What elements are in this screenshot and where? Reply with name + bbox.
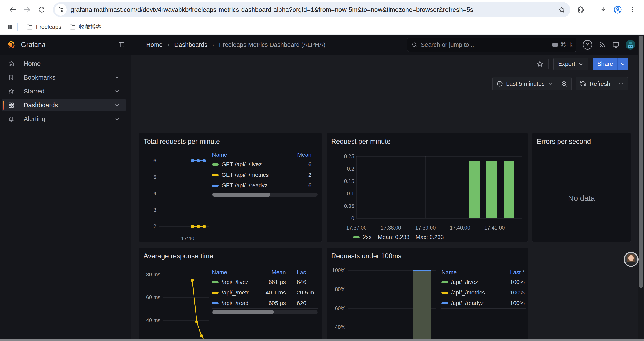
dashboard-canvas: Export Share Last 5 minutes <box>131 55 638 341</box>
series-swatch <box>353 236 360 238</box>
breadcrumb-separator: › <box>168 41 170 48</box>
sidebar-item-bookmarks[interactable]: Bookmarks <box>2 71 126 84</box>
series-swatch <box>442 292 448 294</box>
refresh-button[interactable]: Refresh <box>576 78 614 90</box>
legend-header-mean[interactable]: Mean <box>248 269 292 276</box>
share-button-group: Share <box>593 58 628 70</box>
bookmark-folder-freeleaps[interactable]: Freeleaps <box>22 22 65 32</box>
reload-icon[interactable] <box>36 4 48 16</box>
series-swatch <box>212 163 218 166</box>
bar-chart[interactable]: 0.250.20.150.10.05017:37:0017:38:0017:39… <box>327 133 528 242</box>
time-range-button[interactable]: Last 5 minutes <box>492 78 557 90</box>
legend-header-last[interactable]: Last * <box>496 269 526 276</box>
rss-icon[interactable] <box>598 41 606 49</box>
url-text[interactable]: grafana.mathmast.com/d/deytv4rwavabkb/fr… <box>70 6 558 14</box>
legend-header-name[interactable]: Name <box>212 269 248 276</box>
export-button[interactable]: Export <box>554 58 588 70</box>
back-icon[interactable] <box>6 4 19 16</box>
folder-icon <box>26 24 33 30</box>
scrollbar-thumb[interactable] <box>639 36 643 288</box>
series-swatch <box>212 281 218 283</box>
window-scrollbar[interactable] <box>638 35 644 341</box>
chevron-down-icon[interactable] <box>114 88 120 94</box>
breadcrumb-home[interactable]: Home <box>146 41 163 48</box>
chevron-down-icon[interactable] <box>114 116 120 122</box>
bookmark-folder-label: 收藏博客 <box>79 23 102 31</box>
legend-row[interactable]: /api/_/metrics 100% <box>442 287 526 298</box>
sidebar-item-alerting[interactable]: Alerting <box>2 113 126 125</box>
share-menu-button[interactable] <box>618 58 628 70</box>
horizontal-scrollbar[interactable] <box>0 339 644 341</box>
share-button[interactable]: Share <box>593 58 618 70</box>
panel-requests-under-100ms[interactable]: Requests under 100ms 100%80%60%40%20%0%1… <box>326 247 528 341</box>
legend-row[interactable]: GET /api/_/readyz 6 <box>212 180 318 191</box>
browser-menu-icon[interactable] <box>626 4 638 16</box>
active-indicator <box>3 101 4 110</box>
search-input[interactable]: Search or jump to... ⌘+k <box>407 38 576 52</box>
folder-icon <box>69 24 76 30</box>
legend-scrollbar[interactable] <box>212 310 318 314</box>
zoom-out-button[interactable] <box>557 78 572 90</box>
zoom-out-icon <box>561 81 568 87</box>
sidebar-item-dashboards[interactable]: Dashboards <box>2 99 126 111</box>
legend-header-name[interactable]: Name <box>212 151 278 158</box>
chevron-down-icon[interactable] <box>114 75 120 80</box>
help-icon[interactable] <box>582 40 592 50</box>
panel-total-requests[interactable]: Total requests per minute 6543217:40 Nam… <box>139 133 322 242</box>
legend-max: Max: 0.233 <box>416 234 444 240</box>
user-avatar[interactable] <box>626 40 635 50</box>
brand-name: Grafana <box>21 41 46 49</box>
legend-header-name[interactable]: Name <box>442 269 496 276</box>
bookmark-star-icon[interactable] <box>558 6 566 14</box>
apps-grid-icon[interactable] <box>6 24 13 30</box>
legend-scrollbar[interactable] <box>212 193 318 197</box>
nav-actions: Search or jump to... ⌘+k <box>407 38 644 52</box>
legend-row[interactable]: /api/_/livez 661 µs 646 <box>212 277 318 287</box>
panel-errors-per-second[interactable]: Errors per second No data <box>532 133 631 242</box>
time-controls: Last 5 minutes Refresh <box>131 77 638 90</box>
chevron-down-icon[interactable] <box>114 102 120 108</box>
series-swatch <box>442 281 448 283</box>
bookmarks-bar: Freeleaps 收藏博客 <box>0 19 644 35</box>
profile-icon[interactable] <box>612 4 624 16</box>
bookmarks-divider <box>17 23 18 31</box>
refresh-interval-button[interactable] <box>614 78 628 90</box>
breadcrumb: Home › Dashboards › Freeleaps Metrics Da… <box>146 41 326 48</box>
legend-row[interactable]: /api/_/livez 100% <box>442 277 526 287</box>
home-icon <box>8 60 14 67</box>
breadcrumb-dashboards[interactable]: Dashboards <box>174 41 207 48</box>
breadcrumb-current: Freeleaps Metrics Dashboard (ALPHA) <box>219 41 326 48</box>
panel-average-response-time[interactable]: Average response time 80 ms60 ms40 ms20 … <box>139 247 322 341</box>
site-settings-icon[interactable] <box>55 4 67 16</box>
panel-title[interactable]: Errors per second <box>537 138 591 146</box>
url-bar[interactable]: grafana.mathmast.com/d/deytv4rwavabkb/fr… <box>53 2 570 17</box>
legend-header-mean[interactable]: Mean <box>278 151 318 158</box>
legend-row[interactable]: /api/_/readyz 100% <box>442 298 526 308</box>
legend-row[interactable]: /api/_/readyz 605 µs 620 <box>212 298 318 308</box>
legend-mean: Mean: 0.233 <box>378 234 410 240</box>
dashboard-header: Export Share <box>131 55 638 73</box>
bell-icon <box>8 116 14 122</box>
download-icon[interactable] <box>597 4 609 16</box>
clock-icon <box>496 81 503 87</box>
grafana-app: Grafana Home › Dashboards › Freeleaps Me… <box>0 35 644 341</box>
legend-row[interactable]: GET /api/_/metrics 2 <box>212 170 318 180</box>
legend-row[interactable]: GET /api/_/livez 6 <box>212 159 318 170</box>
panel-legend[interactable]: 2xx Mean: 0.233 Max: 0.233 <box>353 234 444 240</box>
favorite-star-icon[interactable] <box>536 60 544 68</box>
sidebar-item-home[interactable]: Home <box>2 58 126 70</box>
kiosk-monitor-icon[interactable] <box>612 41 620 49</box>
series-swatch <box>212 185 218 187</box>
dock-sidebar-icon[interactable] <box>118 41 125 48</box>
extensions-icon[interactable] <box>575 4 587 16</box>
grafana-logo[interactable] <box>6 40 16 50</box>
panel-request-per-minute[interactable]: Request per minute 0.250.20.150.10.05017… <box>326 133 528 242</box>
keyboard-icon <box>552 42 558 48</box>
forward-icon[interactable] <box>21 4 33 16</box>
assistant-avatar[interactable] <box>624 252 638 267</box>
legend-header-last[interactable]: Las <box>292 269 318 276</box>
sidebar-item-starred[interactable]: Starred <box>2 85 126 97</box>
bookmark-folder-blogs[interactable]: 收藏博客 <box>65 21 106 33</box>
dashboards-grid-icon <box>8 102 14 108</box>
legend-row[interactable]: /api/_/metrics 40.1 ms 20.5 m <box>212 287 318 298</box>
